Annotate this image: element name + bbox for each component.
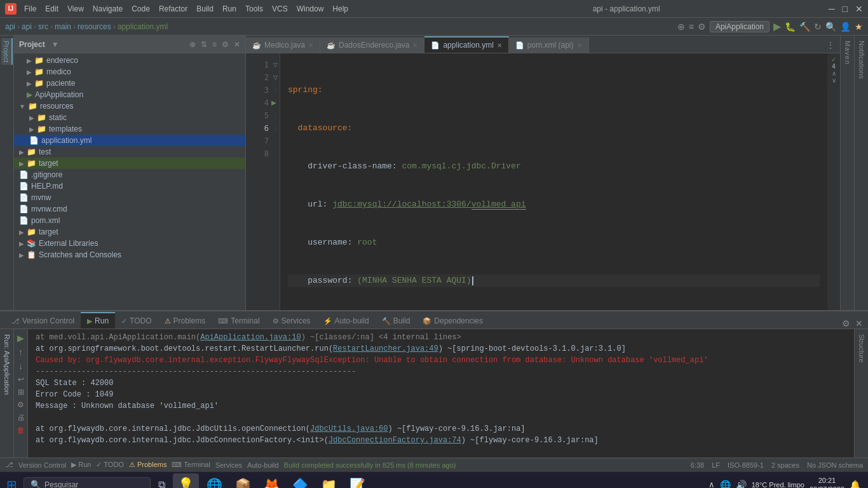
search-button[interactable]: 🔍 [825,22,836,32]
link-apiapplication[interactable]: ApiApplication.java:10 [200,333,301,342]
bottom-tab-build[interactable]: 🔨 Build [376,313,417,329]
tab-medico[interactable]: ☕ Medico.java ✕ [246,37,320,53]
taskbar-app4[interactable]: 🦊 [259,473,285,489]
maven-panel[interactable]: Maven [840,36,854,310]
tree-item-templates[interactable]: ▶ 📁 templates [14,123,245,135]
structure-panel[interactable]: Structure [854,329,868,458]
bottom-tab-autobuild[interactable]: ⚡ Auto-build [317,313,376,329]
project-side-icon[interactable]: Project [1,38,13,65]
menu-build[interactable]: Build [193,3,217,15]
autobuild-status[interactable]: Auto-build [247,461,279,469]
menu-vcs[interactable]: VCS [268,3,292,15]
fold-2[interactable]: ▽ [271,71,280,84]
menu-view[interactable]: View [64,3,88,15]
bottom-tab-dependencies[interactable]: 📦 Dependencies [416,313,489,329]
code-editor[interactable]: spring: datasource: driver-class-name: c… [280,53,827,310]
debug-button[interactable]: 🐛 [785,22,796,32]
notification-icon[interactable]: 🔔 [850,480,860,489]
tree-item-static[interactable]: ▶ 📁 static [14,112,245,123]
version-control-status[interactable]: Version Control [18,461,66,469]
counter-down[interactable]: ∨ [832,77,836,84]
tree-item-gitignore[interactable]: 📄 .gitignore [14,169,245,180]
tab-pomxml[interactable]: 📄 pom.xml (api) ✕ [509,37,589,53]
collapse-icon[interactable]: ≡ [689,22,694,32]
tree-item-paciente[interactable]: ▶ 📁 paciente [14,78,245,89]
tab-overflow-button[interactable]: ⋮ [821,37,840,53]
tree-item-test[interactable]: ▶ 📁 test [14,146,245,158]
tab-close-medico[interactable]: ✕ [308,42,313,49]
todo-status[interactable]: ✓ TODO [96,461,123,469]
tab-close-applicationyml[interactable]: ✕ [497,42,502,49]
bookmark-icon[interactable]: ⊕ [677,22,685,32]
network-icon[interactable]: 🌐 [720,480,731,489]
run-filter-icon[interactable]: ⊞ [18,388,24,396]
speaker-icon[interactable]: 🔊 [736,480,747,489]
tree-item-resources[interactable]: ▼ 📁 resources [14,100,245,112]
tree-item-pomxml[interactable]: 📄 pom.xml [14,215,245,226]
breadcrumb-file[interactable]: application.yml [118,22,168,31]
run-up-icon[interactable]: ↑ [18,347,23,357]
menu-run[interactable]: Run [219,3,240,15]
run-clear-icon[interactable]: 🗑 [17,426,25,435]
taskview-button[interactable]: ⧉ [153,479,170,489]
taskbar-chrome[interactable]: 🌐 [201,473,227,489]
tab-dadosendereco[interactable]: ☕ DadosEndereco.java ✕ [320,37,424,53]
search-bar[interactable]: 🔍 Pesquisar [24,477,151,488]
locate-icon[interactable]: ⊕ [189,40,196,49]
menu-tools[interactable]: Tools [241,3,267,15]
tree-item-mvnwcmd[interactable]: 📄 mvnw.cmd [14,203,245,215]
start-button[interactable]: ⊞ [3,477,21,489]
reload-button[interactable]: ↻ [814,22,822,32]
services-status[interactable]: Services [215,461,242,469]
breadcrumb-src[interactable]: src [38,22,48,31]
bottom-settings-icon[interactable]: ⚙ [842,318,850,329]
menu-refactor[interactable]: Refactor [155,3,191,15]
bottom-tab-todo[interactable]: ✓ TODO [115,313,158,329]
menu-file[interactable]: File [20,3,40,15]
tree-item-mvnw[interactable]: 📄 mvnw [14,192,245,203]
bottom-tab-versioncontrol[interactable]: ⎇ Version Control [5,313,81,329]
link-jdbcconnectionfactory[interactable]: JdbcConnectionFactory.java:74 [329,436,461,445]
encoding[interactable]: ISO-8859-1 [728,461,764,469]
link-jdbcutils[interactable]: JdbcUtils.java:60 [310,424,388,433]
tray-expand[interactable]: ∧ [709,480,715,488]
run-settings-icon[interactable]: ⚙ [17,400,24,409]
menu-code[interactable]: Code [128,3,154,15]
bottom-tab-terminal[interactable]: ⌨ Terminal [212,313,266,329]
run-button[interactable]: ▶ [773,20,781,32]
tree-item-endereco[interactable]: ▶ 📁 endereco [14,55,245,66]
schema[interactable]: No JSON schema [807,461,863,469]
profile-icon[interactable]: 👤 [840,22,851,32]
bottom-close-icon[interactable]: ✕ [855,318,863,329]
problems-status[interactable]: ⚠ Problems [129,461,167,469]
tree-item-external[interactable]: ▶ 📚 External Libraries [14,238,245,249]
run-status[interactable]: ▶ Run [71,461,91,469]
fold-1[interactable]: ▽ [271,58,280,71]
tab-close-pomxml[interactable]: ✕ [577,42,582,49]
tree-item-helpmd[interactable]: 📄 HELP.md [14,180,245,192]
cursor-position[interactable]: 6:38 [691,461,704,469]
bookmark2-icon[interactable]: ★ [855,22,863,32]
run-wrap-icon[interactable]: ↩ [18,375,24,384]
taskbar-app5[interactable]: 🔷 [287,473,313,489]
taskbar-files[interactable]: 📁 [316,473,342,489]
terminal-status[interactable]: ⌨ Terminal [172,461,210,469]
menu-edit[interactable]: Edit [41,3,62,15]
tree-item-target2[interactable]: ▶ 📁 target [14,226,245,238]
bottom-tab-run[interactable]: ▶ Run [81,312,115,329]
counter-up[interactable]: ∧ [832,70,836,77]
collapse-all-icon[interactable]: ≡ [212,40,217,49]
tree-item-target[interactable]: ▶ 📁 target [14,158,245,169]
tree-item-apiapplication[interactable]: ▶ ApiApplication [14,89,245,100]
tree-item-medico[interactable]: ▶ 📁 medico [14,66,245,78]
close-button[interactable]: ✕ [855,4,863,14]
build-button[interactable]: 🔨 [799,22,810,32]
run-print-icon[interactable]: 🖨 [17,413,25,422]
taskbar-app6[interactable]: 📝 [344,473,370,489]
menu-window[interactable]: Window [293,3,328,15]
indent[interactable]: 2 spaces [771,461,799,469]
breadcrumb-api2[interactable]: api [22,22,32,31]
taskbar-intellij[interactable]: 💡 [173,473,199,489]
weather-temp[interactable]: 18°C Pred. limpo [752,481,804,489]
breadcrumb-main[interactable]: main [55,22,71,31]
